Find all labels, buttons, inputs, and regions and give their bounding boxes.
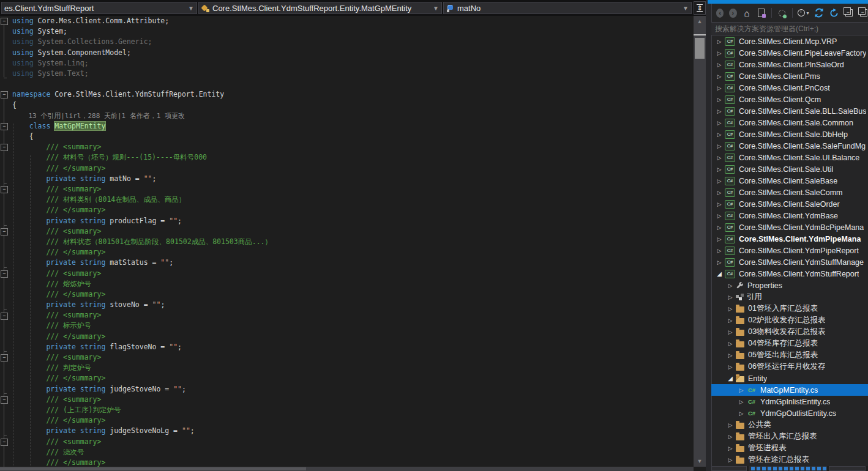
fold-collapse-box[interactable]: − xyxy=(1,313,8,320)
code-line[interactable]: class MatGpMEntity xyxy=(12,121,272,132)
chevron-collapsed-icon[interactable]: ▷ xyxy=(715,224,724,231)
chevron-collapsed-icon[interactable]: ▷ xyxy=(726,306,735,312)
fold-collapse-box[interactable]: − xyxy=(1,396,8,404)
chevron-collapsed-icon[interactable]: ▷ xyxy=(726,422,735,428)
chevron-expanded-icon[interactable]: ◢ xyxy=(715,270,724,277)
split-window-button[interactable]: ⇕ xyxy=(694,1,706,15)
type-dropdown[interactable]: Core.StlMes.Client.YdmStuffReport.Entity… xyxy=(198,2,442,14)
chevron-collapsed-icon[interactable]: ▷ xyxy=(715,50,724,56)
code-line[interactable]: /// 熔炼炉号 xyxy=(12,279,272,289)
editor-vertical-scrollbar[interactable]: ▲ ▼ xyxy=(694,16,706,467)
code-line[interactable]: /// </summary> xyxy=(12,289,272,300)
history-button[interactable]: ▾ xyxy=(798,7,809,18)
code-line[interactable]: private string stoveNo = ""; xyxy=(12,300,272,310)
tree-item-core-stlmes-client-sale-common[interactable]: ▷C#Core.StlMes.Client.Sale.Common xyxy=(711,117,868,128)
tree-item--[interactable]: ▷管坯在途汇总报表 xyxy=(711,454,868,465)
chevron-collapsed-icon[interactable]: ▷ xyxy=(715,39,724,45)
chevron-collapsed-icon[interactable]: ▷ xyxy=(726,317,735,324)
scrollbar-thumb[interactable] xyxy=(695,38,705,59)
tree-item-core-stlmes-client-sale-dbhelp[interactable]: ▷C#Core.StlMes.Client.Sale.DbHelp xyxy=(711,128,868,140)
tree-item-core-stlmes-client-ydmstuffmanage[interactable]: ▷C#Core.StlMes.Client.YdmStuffManage xyxy=(711,256,868,268)
chevron-collapsed-icon[interactable]: ▷ xyxy=(715,248,724,254)
code-line[interactable]: /// </summary> xyxy=(12,163,272,174)
chevron-collapsed-icon[interactable]: ▷ xyxy=(715,85,724,91)
tree-item-core-stlmes-client-sale-util[interactable]: ▷C#Core.StlMes.Client.Sale.Util xyxy=(711,163,868,175)
sync-with-active-document-button[interactable] xyxy=(757,7,766,18)
code-line[interactable]: using System.Collections.Generic; xyxy=(12,37,272,47)
tree-item--[interactable]: ▷管坯进程表 xyxy=(711,442,868,454)
chevron-collapsed-icon[interactable]: ▷ xyxy=(737,410,746,417)
fold-collapse-box[interactable]: − xyxy=(1,144,8,151)
code-line[interactable]: /// </summary> xyxy=(12,332,272,342)
chevron-collapsed-icon[interactable]: ▷ xyxy=(715,143,724,149)
code-line[interactable]: /// </summary> xyxy=(12,373,272,384)
code-line[interactable]: /// 标示炉号 xyxy=(12,321,272,331)
code-editor[interactable]: −−−−−−−−−−− using Core.Mes.Client.Comm.A… xyxy=(0,16,694,467)
tree-item-core-stlmes-client-salecomm[interactable]: ▷C#Core.StlMes.Client.SaleComm xyxy=(711,187,868,198)
bottom-tab[interactable] xyxy=(711,466,747,471)
chevron-collapsed-icon[interactable]: ▷ xyxy=(726,341,735,347)
chevron-collapsed-icon[interactable]: ▷ xyxy=(726,283,735,289)
chevron-collapsed-icon[interactable]: ▷ xyxy=(715,178,724,184)
code-line[interactable]: /// 材料状态（801501在制品阶段、801502成品、801503商品..… xyxy=(12,237,272,247)
code-line[interactable]: /// 浇次号 xyxy=(12,447,272,458)
search-input[interactable] xyxy=(711,23,868,35)
code-line[interactable]: /// </summary> xyxy=(12,458,272,467)
tree-item-core-stlmes-client-plnsaleord[interactable]: ▷C#Core.StlMes.Client.PlnSaleOrd xyxy=(711,59,868,70)
code-line[interactable]: private string judgeStoveNoLg = ""; xyxy=(12,426,272,436)
chevron-collapsed-icon[interactable]: ▷ xyxy=(715,62,724,68)
tree-item--[interactable]: ▷管坯出入库汇总报表 xyxy=(711,431,868,442)
fold-collapse-box[interactable]: − xyxy=(1,270,8,278)
refresh-button[interactable] xyxy=(829,7,839,18)
chevron-collapsed-icon[interactable]: ▷ xyxy=(737,399,746,405)
code-line[interactable]: /// <summary> xyxy=(12,310,272,321)
tree-item-01-[interactable]: ▷01管坯入库汇总报表 xyxy=(711,303,868,314)
editor-horizontal-scrollbar[interactable] xyxy=(0,467,694,471)
chevron-collapsed-icon[interactable]: ▷ xyxy=(715,236,724,242)
tree-item-03-[interactable]: ▷03物料收发存汇总报表 xyxy=(711,326,868,338)
tree-item-core-stlmes-client-pms[interactable]: ▷C#Core.StlMes.Client.Pms xyxy=(711,70,868,82)
scroll-down-arrow-icon[interactable]: ▼ xyxy=(694,457,706,465)
fold-collapse-box[interactable]: − xyxy=(1,91,8,98)
tree-item-ydmgpinlistentity-cs[interactable]: ▷C#YdmGpInlistEntity.cs xyxy=(711,396,868,407)
chevron-collapsed-icon[interactable]: ▷ xyxy=(715,213,724,219)
code-line[interactable]: private string matNo = ""; xyxy=(12,174,272,184)
tree-item-05-[interactable]: ▷05管坯出库汇总报表 xyxy=(711,349,868,361)
chevron-collapsed-icon[interactable]: ▷ xyxy=(726,294,735,300)
code-line[interactable]: /// </summary> xyxy=(12,205,272,215)
chevron-collapsed-icon[interactable]: ▷ xyxy=(715,132,724,138)
code-line[interactable]: private string flagStoveNo = ""; xyxy=(12,342,272,352)
bottom-tab[interactable] xyxy=(829,466,866,471)
chevron-collapsed-icon[interactable]: ▷ xyxy=(737,387,746,393)
chevron-collapsed-icon[interactable]: ▷ xyxy=(726,329,735,335)
fold-collapse-box[interactable]: − xyxy=(1,123,8,130)
code-line[interactable]: /// <summary> xyxy=(12,142,272,152)
chevron-collapsed-icon[interactable]: ▷ xyxy=(715,259,724,265)
chevron-collapsed-icon[interactable]: ▷ xyxy=(726,352,735,358)
code-line[interactable]: using Core.Mes.Client.Comm.Attribute; xyxy=(12,16,272,26)
tree-item-matgpmentity-cs[interactable]: ▷C#MatGpMEntity.cs xyxy=(711,384,868,396)
sync-button[interactable] xyxy=(814,7,824,18)
code-line[interactable]: /// <summary> xyxy=(12,395,272,405)
code-line[interactable]: private string judgeStoveNo = ""; xyxy=(12,384,272,395)
chevron-collapsed-icon[interactable]: ▷ xyxy=(715,73,724,80)
code-line[interactable]: { xyxy=(12,132,272,142)
forward-button[interactable]: › xyxy=(729,9,736,18)
chevron-collapsed-icon[interactable]: ▷ xyxy=(715,97,724,103)
scrollbar-thumb[interactable] xyxy=(0,467,306,470)
tree-item-core-stlmes-client-ydmbcpipemana[interactable]: ▷C#Core.StlMes.Client.YdmBcPipeMana xyxy=(711,221,868,233)
tree-item-04-[interactable]: ▷04管坯库存汇总报表 xyxy=(711,338,868,349)
code-line[interactable]: /// <summary> xyxy=(12,184,272,195)
tree-item-ydmgpoutlistentity-cs[interactable]: ▷C#YdmGpOutlistEntity.cs xyxy=(711,407,868,419)
tree-item-02-[interactable]: ▷02炉批收发存汇总报表 xyxy=(711,314,868,326)
code-line[interactable]: /// <summary> xyxy=(12,352,272,363)
code-line[interactable]: /// (上工序)判定炉号 xyxy=(12,405,272,415)
project-dropdown[interactable]: es.Client.YdmStuffReport ▼ xyxy=(1,2,197,14)
fold-collapse-box[interactable]: − xyxy=(1,354,8,362)
tree-item-core-stlmes-client-salebase[interactable]: ▷C#Core.StlMes.Client.SaleBase xyxy=(711,175,868,187)
tree-item-core-stlmes-client-ydmstuffreport[interactable]: ◢C#Core.StlMes.Client.YdmStuffReport xyxy=(711,268,868,280)
code-line[interactable]: /// <summary> xyxy=(12,269,272,279)
code-line[interactable]: /// 材料号（坯号）规则---(15)----母料号000 xyxy=(12,152,272,163)
member-dropdown[interactable]: matNo ▼ xyxy=(443,2,692,14)
chevron-collapsed-icon[interactable]: ▷ xyxy=(726,434,735,440)
